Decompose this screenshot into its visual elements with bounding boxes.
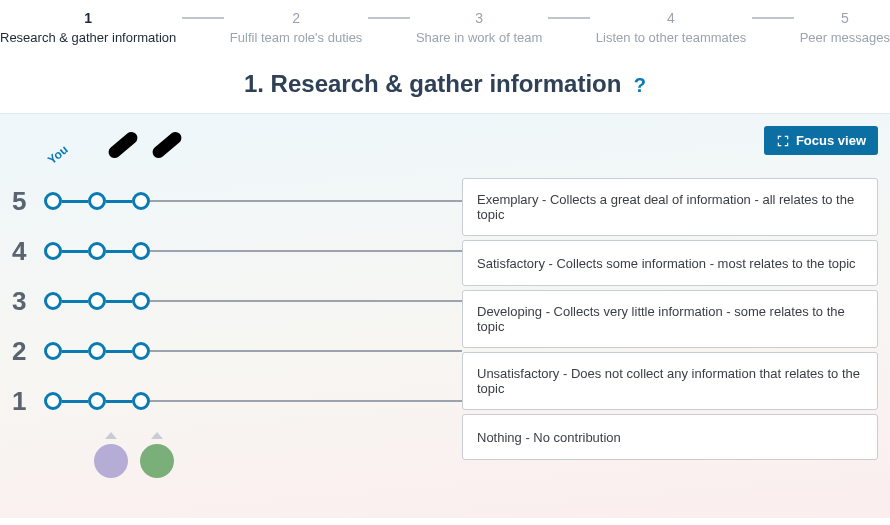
you-column-label: You xyxy=(45,142,71,167)
page-heading: 1. Research & gather information ? xyxy=(0,45,890,113)
rubric-row: 2 xyxy=(12,326,462,376)
step-number: 5 xyxy=(841,10,849,30)
rating-option-you[interactable] xyxy=(44,342,62,360)
rating-circles xyxy=(44,392,150,410)
step-5[interactable]: 5 Peer messages xyxy=(800,10,890,45)
row-number: 4 xyxy=(12,236,44,267)
row-line xyxy=(150,350,462,352)
peer-marker-1[interactable] xyxy=(94,444,128,478)
rubric-level-desc: Nothing - No contribution xyxy=(462,414,878,460)
rating-option-you[interactable] xyxy=(44,392,62,410)
rating-option-peer2[interactable] xyxy=(132,242,150,260)
caret-up-icon xyxy=(105,432,117,439)
rubric-row: 4 xyxy=(12,226,462,276)
rating-option-peer2[interactable] xyxy=(132,292,150,310)
rubric-row: 1 xyxy=(12,376,462,426)
progress-stepper: 1 Research & gather information 2 Fulfil… xyxy=(0,0,890,45)
rubric-level-desc: Satisfactory - Collects some information… xyxy=(462,240,878,286)
rating-grid: You 5 4 xyxy=(12,176,462,478)
peer-marker-2[interactable] xyxy=(140,444,174,478)
rating-circles xyxy=(44,192,150,210)
rating-option-peer1[interactable] xyxy=(88,242,106,260)
peer-name-redacted xyxy=(150,129,184,160)
rating-option-peer1[interactable] xyxy=(88,192,106,210)
focus-view-label: Focus view xyxy=(796,133,866,148)
rating-option-peer1[interactable] xyxy=(88,292,106,310)
row-line xyxy=(150,200,462,202)
rating-option-you[interactable] xyxy=(44,192,62,210)
row-line xyxy=(150,400,462,402)
heading-title: 1. Research & gather information xyxy=(244,70,621,97)
rating-circles xyxy=(44,242,150,260)
step-1[interactable]: 1 Research & gather information xyxy=(0,10,176,45)
row-number: 3 xyxy=(12,286,44,317)
rubric-panel: Focus view You 5 4 xyxy=(0,113,890,518)
step-connector xyxy=(182,17,224,19)
rubric-level-desc: Exemplary - Collects a great deal of inf… xyxy=(462,178,878,236)
rating-circles xyxy=(44,342,150,360)
rating-circles xyxy=(44,292,150,310)
expand-icon xyxy=(776,134,790,148)
step-connector xyxy=(752,17,794,19)
rating-option-peer2[interactable] xyxy=(132,342,150,360)
column-labels: You xyxy=(12,131,462,181)
rubric-descriptions: Exemplary - Collects a great deal of inf… xyxy=(462,176,878,478)
peer-name-redacted xyxy=(106,129,140,160)
step-label: Peer messages xyxy=(800,30,890,45)
rubric-level-desc: Unsatisfactory - Does not collect any in… xyxy=(462,352,878,410)
rubric-level-desc: Developing - Collects very little inform… xyxy=(462,290,878,348)
step-3[interactable]: 3 Share in work of team xyxy=(416,10,542,45)
focus-view-button[interactable]: Focus view xyxy=(764,126,878,155)
step-label: Share in work of team xyxy=(416,30,542,45)
step-connector xyxy=(548,17,590,19)
rating-option-peer1[interactable] xyxy=(88,392,106,410)
rating-option-you[interactable] xyxy=(44,242,62,260)
step-label: Fulfil team role's duties xyxy=(230,30,363,45)
step-number: 2 xyxy=(292,10,300,30)
help-icon[interactable]: ? xyxy=(634,74,646,97)
step-connector xyxy=(368,17,410,19)
rating-option-peer1[interactable] xyxy=(88,342,106,360)
step-2[interactable]: 2 Fulfil team role's duties xyxy=(230,10,363,45)
peer-markers xyxy=(12,426,462,478)
rating-option-you[interactable] xyxy=(44,292,62,310)
caret-up-icon xyxy=(151,432,163,439)
step-label: Listen to other teammates xyxy=(596,30,746,45)
step-number: 4 xyxy=(667,10,675,30)
row-number: 2 xyxy=(12,336,44,367)
row-number: 1 xyxy=(12,386,44,417)
step-4[interactable]: 4 Listen to other teammates xyxy=(596,10,746,45)
rating-option-peer2[interactable] xyxy=(132,392,150,410)
row-line xyxy=(150,300,462,302)
rubric-row: 3 xyxy=(12,276,462,326)
row-number: 5 xyxy=(12,186,44,217)
rating-option-peer2[interactable] xyxy=(132,192,150,210)
step-label: Research & gather information xyxy=(0,30,176,45)
step-number: 3 xyxy=(475,10,483,30)
row-line xyxy=(150,250,462,252)
rubric-row: 5 xyxy=(12,176,462,226)
step-number: 1 xyxy=(84,10,92,30)
